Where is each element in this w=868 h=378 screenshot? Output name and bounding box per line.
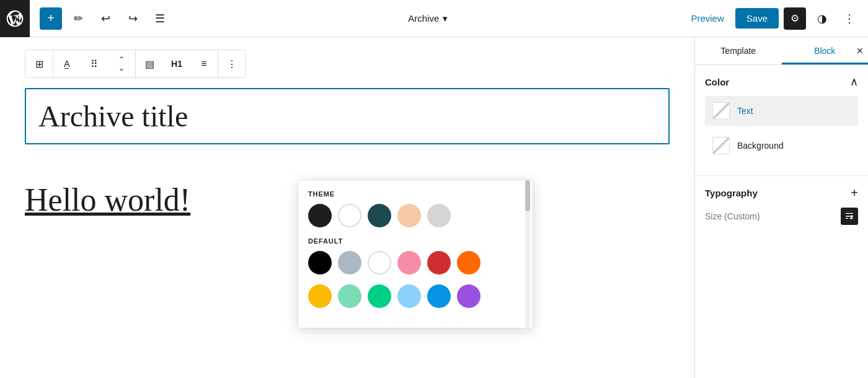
more-options-block-button[interactable]: ⋮ — [218, 50, 246, 77]
default-swatches-row1 — [308, 251, 515, 275]
default-color-green[interactable] — [368, 284, 391, 308]
default-color-light-green[interactable] — [338, 284, 361, 308]
archive-label-text: Archive — [408, 13, 439, 24]
color-section-title: Color — [705, 77, 729, 87]
text-align-button[interactable]: A̲ — [53, 50, 81, 77]
default-color-gray[interactable] — [338, 251, 361, 275]
color-section: Color ∧ Text Background — [695, 65, 868, 176]
block-type-button[interactable]: ⊞ — [25, 50, 53, 77]
typography-header[interactable]: Typography + — [705, 186, 858, 200]
sidebar-tabs: Template Block × — [695, 37, 868, 65]
default-color-yellow[interactable] — [308, 284, 332, 308]
contrast-button[interactable]: ◑ — [811, 7, 833, 30]
color-section-toggle[interactable]: ∧ — [850, 75, 858, 89]
dropdown-icon: ▾ — [443, 13, 448, 24]
alignment-group: ▤ H1 ≡ — [136, 50, 218, 77]
heading-level-button[interactable]: H1 — [163, 50, 190, 77]
block-toolbar: ⊞ A̲ ⠿ ⌃⌄ ▤ H1 ≡ ⋮ — [25, 50, 246, 78]
move-up-down[interactable]: ⌃⌄ — [108, 50, 135, 77]
main-area: ⊞ A̲ ⠿ ⌃⌄ ▤ H1 ≡ ⋮ Archive title THEME — [0, 37, 868, 378]
right-sidebar: Template Block × Color ∧ Text Background… — [694, 37, 868, 378]
tab-template[interactable]: Template — [695, 37, 782, 64]
popup-scrollbar-thumb — [525, 180, 530, 211]
default-color-pink[interactable] — [397, 251, 421, 275]
save-button[interactable]: Save — [735, 8, 779, 29]
align-button[interactable]: ▤ — [136, 50, 163, 77]
size-row: Size (Custom) — [705, 208, 858, 225]
text-color-swatch — [712, 102, 730, 120]
archive-title-block[interactable]: Archive title — [25, 88, 670, 144]
editor: ⊞ A̲ ⠿ ⌃⌄ ▤ H1 ≡ ⋮ Archive title THEME — [0, 37, 694, 378]
wordpress-icon — [5, 9, 25, 29]
theme-color-white[interactable] — [338, 204, 361, 227]
background-color-label: Background — [737, 141, 784, 151]
main-toolbar: + ✏ ↩ ↪ ☰ Archive ▾ Preview Save ⚙ ◑ ⋮ — [0, 0, 868, 37]
default-section-label: DEFAULT — [308, 237, 515, 245]
default-color-blue[interactable] — [427, 284, 451, 308]
size-settings-icon[interactable] — [841, 208, 858, 225]
theme-swatches — [308, 204, 515, 227]
theme-color-black[interactable] — [308, 204, 332, 227]
theme-color-peach[interactable] — [397, 204, 421, 227]
text-align-inline[interactable]: ≡ — [190, 50, 218, 77]
typography-section: Typography + Size (Custom) — [695, 176, 868, 235]
sliders-icon — [844, 211, 854, 221]
wp-logo — [0, 0, 30, 37]
text-color-label: Text — [737, 106, 753, 116]
tab-block[interactable]: Block — [782, 37, 869, 64]
color-section-header[interactable]: Color ∧ — [705, 75, 858, 89]
list-view-button[interactable]: ☰ — [149, 7, 171, 30]
toolbar-center: Archive ▾ — [176, 13, 680, 24]
preview-button[interactable]: Preview — [684, 9, 730, 27]
default-color-light-blue[interactable] — [397, 284, 421, 308]
more-options-button[interactable]: ⋮ — [838, 7, 861, 30]
close-sidebar-button[interactable]: × — [856, 45, 863, 58]
toolbar-right: Preview Save ⚙ ◑ ⋮ — [684, 7, 861, 30]
redo-button[interactable]: ↪ — [122, 7, 144, 30]
archive-dropdown[interactable]: Archive ▾ — [408, 13, 448, 24]
undo-button[interactable]: ↩ — [94, 7, 117, 30]
theme-color-light-gray[interactable] — [427, 204, 451, 227]
settings-button[interactable]: ⚙ — [784, 7, 806, 30]
edit-button[interactable]: ✏ — [67, 7, 89, 30]
default-color-white[interactable] — [368, 251, 391, 275]
typography-title: Typography — [705, 188, 758, 198]
add-block-button[interactable]: + — [40, 7, 62, 30]
default-color-red[interactable] — [427, 251, 451, 275]
more-group: ⋮ — [218, 50, 246, 77]
background-color-option[interactable]: Background — [705, 131, 858, 160]
default-color-orange[interactable] — [457, 251, 480, 275]
default-color-purple[interactable] — [457, 284, 480, 308]
text-align-group: A̲ ⠿ ⌃⌄ — [53, 50, 136, 77]
size-label: Size (Custom) — [705, 211, 760, 221]
theme-color-dark-teal[interactable] — [368, 204, 391, 227]
color-picker-popup: THEME DEFAULT — [298, 180, 533, 328]
default-color-black[interactable] — [308, 251, 332, 275]
typography-add-button[interactable]: + — [851, 186, 858, 200]
archive-title-text: Archive title — [38, 100, 188, 133]
popup-scrollbar-track — [525, 180, 530, 328]
theme-section-label: THEME — [308, 190, 515, 198]
drag-handle[interactable]: ⠿ — [81, 50, 108, 77]
block-type-group: ⊞ — [25, 50, 53, 77]
default-swatches-row2 — [308, 284, 515, 308]
text-color-option[interactable]: Text — [705, 96, 858, 126]
background-color-swatch — [712, 137, 730, 154]
